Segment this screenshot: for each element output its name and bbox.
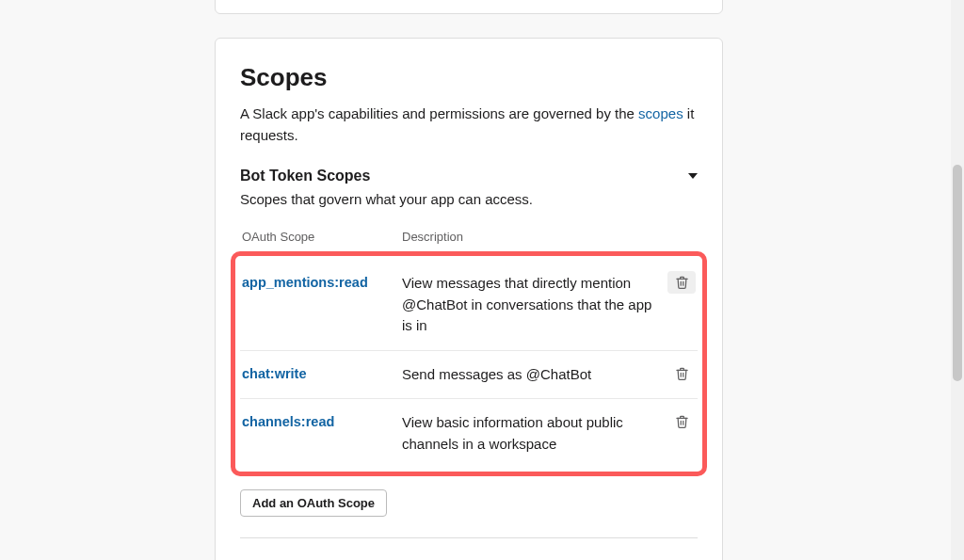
section-divider bbox=[240, 537, 698, 538]
col-description: Description bbox=[402, 228, 696, 247]
bot-scopes-header[interactable]: Bot Token Scopes bbox=[240, 165, 698, 187]
delete-scope-button[interactable] bbox=[667, 412, 696, 429]
scope-name[interactable]: channels:read bbox=[242, 412, 402, 433]
intro-text-pre: A Slack app's capabilities and permissio… bbox=[240, 105, 638, 121]
table-row: chat:write Send messages as @ChatBot bbox=[240, 351, 698, 400]
bot-scopes-subtitle: Scopes that govern what your app can acc… bbox=[240, 189, 698, 211]
col-oauth-scope: OAuth Scope bbox=[242, 228, 402, 247]
trash-icon bbox=[675, 414, 689, 429]
trash-icon bbox=[675, 275, 689, 290]
user-scopes-header[interactable]: User Token Scopes bbox=[240, 555, 698, 560]
scope-name[interactable]: app_mentions:read bbox=[242, 273, 402, 294]
add-oauth-scope-button[interactable]: Add an OAuth Scope bbox=[240, 489, 387, 517]
previous-card-edge bbox=[215, 0, 723, 14]
scopes-link[interactable]: scopes bbox=[638, 105, 683, 121]
scrollbar-thumb[interactable] bbox=[953, 165, 962, 381]
scope-description: Send messages as @ChatBot bbox=[402, 364, 667, 386]
scope-description: View basic information about public chan… bbox=[402, 412, 667, 455]
scrollbar-track[interactable] bbox=[951, 0, 964, 560]
highlighted-scopes-box: app_mentions:read View messages that dir… bbox=[231, 251, 707, 476]
chevron-down-icon bbox=[688, 173, 698, 179]
scopes-card: Scopes A Slack app's capabilities and pe… bbox=[215, 38, 723, 560]
delete-scope-button[interactable] bbox=[667, 271, 696, 294]
user-scopes-title: User Token Scopes bbox=[240, 555, 378, 560]
scope-name[interactable]: chat:write bbox=[242, 364, 402, 385]
scope-description: View messages that directly mention @Cha… bbox=[402, 273, 667, 337]
delete-scope-button[interactable] bbox=[667, 364, 696, 381]
table-row: channels:read View basic information abo… bbox=[240, 399, 698, 468]
bot-table-header: OAuth Scope Description bbox=[240, 228, 698, 247]
scopes-heading: Scopes bbox=[240, 59, 698, 96]
scopes-intro: A Slack app's capabilities and permissio… bbox=[240, 104, 698, 146]
bot-scopes-title: Bot Token Scopes bbox=[240, 165, 370, 187]
trash-icon bbox=[675, 366, 689, 381]
table-row: app_mentions:read View messages that dir… bbox=[240, 260, 698, 351]
